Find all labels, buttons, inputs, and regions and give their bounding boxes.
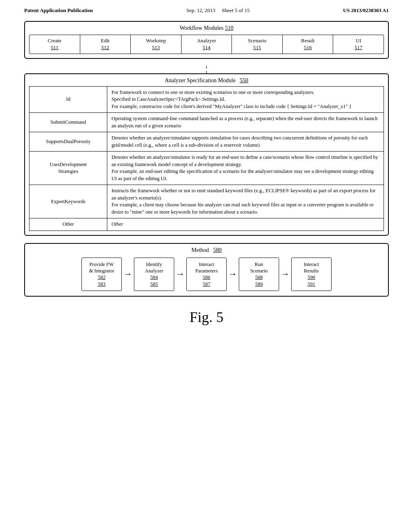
wf-module-create-number: 511 bbox=[31, 44, 78, 51]
wf-module-scenario-label: Scenario bbox=[234, 37, 281, 44]
wf-module-edit-number: 512 bbox=[82, 44, 129, 51]
spec-row-id: Id For framework to connect to one or mo… bbox=[29, 86, 384, 113]
method-step-interact-results-label: InteractResults bbox=[296, 261, 327, 274]
arrow-4: → bbox=[279, 270, 291, 278]
analyzer-spec-title: Analyzer Specification Module 550 bbox=[29, 77, 384, 84]
wf-module-analzyer: Analzyer 514 bbox=[181, 35, 232, 54]
method-step-identify-analyzer-num2: 585 bbox=[138, 281, 170, 287]
method-title: Method 580 bbox=[29, 247, 384, 254]
spec-field-exportkeywords: ExportKeywords bbox=[29, 185, 107, 218]
spec-row-other: Other Other bbox=[29, 218, 384, 231]
spec-field-id: Id bbox=[29, 86, 107, 113]
arrow-3: → bbox=[227, 270, 239, 278]
workflow-title-text: Workflow Modules bbox=[179, 25, 223, 31]
spec-field-devstrategies: UsesDevelopmentStrategies bbox=[29, 152, 107, 185]
method-box: Method 580 Provide FW& Integrator 582 58… bbox=[24, 243, 389, 297]
spec-desc-dualporosity: Denotes whether an analyzer/simulator su… bbox=[107, 132, 384, 152]
wf-module-scenario: Scenario 515 bbox=[232, 35, 283, 54]
method-step-interact-results-num2: 591 bbox=[296, 281, 327, 287]
spec-desc-submitcommand: Operating system command-line command la… bbox=[107, 113, 384, 132]
wf-module-analzyer-label: Analzyer bbox=[183, 37, 230, 44]
wf-module-workstep-number: 513 bbox=[132, 44, 179, 51]
analyzer-title-number: 550 bbox=[240, 77, 248, 83]
spec-row-exportkeywords: ExportKeywords Instructs the framework w… bbox=[29, 185, 384, 218]
spec-field-dualporosity: SupportsDualPorosity bbox=[29, 132, 107, 152]
spec-desc-exportkeywords: Instructs the framework whether or not t… bbox=[107, 185, 384, 218]
analyzer-spec-box: Analyzer Specification Module 550 Id For… bbox=[24, 73, 389, 236]
method-title-number: 580 bbox=[213, 247, 222, 253]
header-publication-text: Patent Application Publication bbox=[24, 7, 93, 13]
method-step-interact-results-num1: 590 bbox=[296, 274, 327, 281]
method-step-interact-parameters-label: InteractParameters bbox=[191, 261, 222, 274]
workflow-title-number: 510 bbox=[225, 25, 234, 31]
method-step-provide-fw-num1: 582 bbox=[86, 274, 117, 281]
spec-field-submitcommand: SubmitCommand bbox=[29, 113, 107, 132]
wf-module-result-number: 516 bbox=[284, 44, 332, 51]
spec-field-other: Other bbox=[29, 218, 107, 231]
spec-row-submitcommand: SubmitCommand Operating system command-l… bbox=[29, 113, 384, 132]
method-step-interact-parameters-num2: 587 bbox=[191, 281, 222, 287]
spec-row-devstrategies: UsesDevelopmentStrategies Denotes whethe… bbox=[29, 152, 384, 185]
wf-module-edit-label: Edit bbox=[82, 37, 129, 44]
wf-module-ui-label: UI bbox=[335, 37, 382, 44]
wf-module-workstep: Workstep 513 bbox=[131, 35, 181, 54]
spec-desc-id: For framework to connect to one or more … bbox=[107, 86, 384, 113]
method-step-run-scenario-num1: 588 bbox=[243, 274, 275, 281]
method-step-interact-results: InteractResults 590 591 bbox=[291, 258, 332, 291]
method-step-identify-analyzer-label: IdentifyAnalyzer bbox=[138, 261, 170, 274]
header-patent-number: US 2013/0238303 A1 bbox=[343, 7, 389, 13]
content-area: Workflow Modules 510 Create 511 Edit 512… bbox=[0, 17, 413, 334]
connector-line bbox=[24, 66, 389, 73]
fig-label: Fig. 5 bbox=[24, 309, 389, 326]
wf-module-analzyer-number: 514 bbox=[183, 44, 230, 51]
wf-module-create-label: Create bbox=[31, 37, 78, 44]
method-step-run-scenario-num2: 589 bbox=[243, 281, 275, 287]
analyzer-title-text: Analyzer Specification Module bbox=[165, 77, 236, 83]
method-title-text: Method bbox=[191, 247, 209, 253]
header-right: US 2013/0238303 A1 bbox=[343, 7, 389, 14]
method-step-provide-fw: Provide FW& Integrator 582 583 bbox=[81, 258, 122, 291]
method-step-identify-analyzer-num1: 584 bbox=[138, 274, 170, 281]
wf-module-ui: UI 517 bbox=[333, 35, 384, 54]
arrow-2: → bbox=[174, 270, 186, 278]
method-step-provide-fw-label: Provide FW& Integrator bbox=[86, 261, 117, 274]
spec-row-dualporosity: SupportsDualPorosity Denotes whether an … bbox=[29, 132, 384, 152]
wf-module-create: Create 511 bbox=[29, 35, 80, 54]
header-center: Sep. 12, 2013 Sheet 5 of 15 bbox=[186, 7, 250, 14]
patent-header: Patent Application Publication Sep. 12, … bbox=[0, 0, 413, 17]
method-step-interact-parameters-num1: 586 bbox=[191, 274, 222, 281]
fig-label-text: Fig. 5 bbox=[190, 309, 223, 325]
workflow-modules-row: Create 511 Edit 512 Workstep 513 Analzye… bbox=[29, 35, 384, 54]
method-step-run-scenario-label: RunScenario bbox=[243, 261, 275, 274]
workflow-modules-box: Workflow Modules 510 Create 511 Edit 512… bbox=[24, 21, 389, 59]
arrow-1: → bbox=[122, 270, 134, 278]
wf-module-scenario-number: 515 bbox=[234, 44, 281, 51]
header-sheet: Sheet 5 of 15 bbox=[222, 7, 250, 13]
wf-module-result-label: Result bbox=[284, 37, 332, 44]
wf-module-workstep-label: Workstep bbox=[132, 37, 179, 44]
method-step-run-scenario: RunScenario 588 589 bbox=[239, 258, 279, 291]
header-left: Patent Application Publication bbox=[24, 7, 93, 14]
wf-module-edit: Edit 512 bbox=[80, 35, 131, 54]
wf-module-ui-number: 517 bbox=[335, 44, 382, 51]
header-date: Sep. 12, 2013 bbox=[186, 7, 215, 13]
method-step-provide-fw-num2: 583 bbox=[86, 281, 117, 287]
method-step-interact-parameters: InteractParameters 586 587 bbox=[186, 258, 227, 291]
method-steps: Provide FW& Integrator 582 583 → Identif… bbox=[29, 258, 384, 291]
spec-table: Id For framework to connect to one or mo… bbox=[29, 86, 384, 231]
wf-module-result: Result 516 bbox=[283, 35, 334, 54]
workflow-title: Workflow Modules 510 bbox=[29, 25, 384, 31]
method-step-identify-analyzer: IdentifyAnalyzer 584 585 bbox=[134, 258, 174, 291]
spec-desc-devstrategies: Denotes whether an analyzer/simulator is… bbox=[107, 152, 384, 185]
spec-desc-other: Other bbox=[107, 218, 384, 231]
